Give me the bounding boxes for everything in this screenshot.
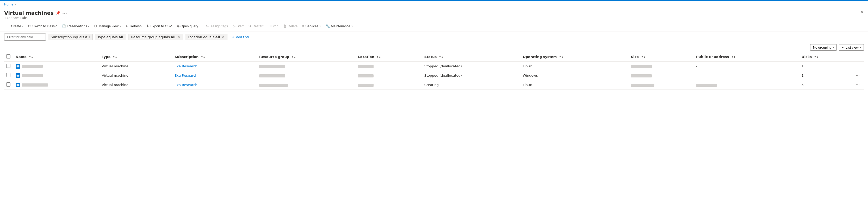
- remove-resource-group-filter[interactable]: ✕: [178, 35, 180, 39]
- row1-disks: 1: [800, 62, 851, 71]
- page-title-section: Virtual machines 📌 ··· Exabeam Labs: [4, 10, 67, 20]
- export-csv-button[interactable]: ⬇ Export to CSV: [144, 23, 174, 29]
- select-all-checkbox[interactable]: [6, 54, 10, 59]
- manage-view-button[interactable]: ⚙ Manage view ▾: [92, 23, 123, 29]
- grouping-dropdown[interactable]: No grouping ▾: [810, 44, 837, 51]
- col-os: Operating system ↑↓: [521, 52, 629, 62]
- resource-group-sort-icon[interactable]: ↑↓: [291, 55, 296, 59]
- close-button[interactable]: ✕: [861, 10, 864, 15]
- name-sort-icon[interactable]: ↑↓: [29, 55, 33, 59]
- query-icon: ◈: [177, 24, 180, 28]
- svg-rect-4: [17, 84, 20, 86]
- create-button[interactable]: ＋ Create ▾: [4, 22, 26, 30]
- toolbar: ＋ Create ▾ ⟳ Switch to classic 🕐 Reserva…: [0, 21, 868, 32]
- row3-type: Virtual machine: [99, 80, 173, 90]
- row2-location: [358, 74, 374, 77]
- row2-os: Windows: [521, 71, 629, 80]
- row3-os: Linux: [521, 80, 629, 90]
- svg-rect-1: [18, 67, 19, 68]
- maintenance-icon: 🔧: [326, 24, 330, 28]
- list-view-icon: ≡: [842, 45, 844, 49]
- services-chevron-icon: ▾: [319, 25, 321, 28]
- open-query-button[interactable]: ◈ Open query: [175, 23, 200, 29]
- view-dropdown[interactable]: ≡ List view ▾: [839, 44, 864, 51]
- add-filter-button[interactable]: ＋ Add filter: [229, 34, 251, 41]
- row3-status: Creating: [422, 80, 521, 90]
- services-button[interactable]: ≡ Services ▾: [300, 23, 323, 29]
- public-ip-sort-icon[interactable]: ↑↓: [731, 55, 736, 59]
- row2-checkbox[interactable]: [6, 73, 10, 77]
- more-options-icon[interactable]: ···: [62, 11, 67, 15]
- create-icon: ＋: [6, 24, 10, 28]
- row1-location: [358, 65, 374, 68]
- filter-tag-resource-group: Resource group equals all ✕: [128, 34, 183, 40]
- row2-name[interactable]: [22, 74, 43, 77]
- row1-subscription[interactable]: Exa Research: [175, 64, 197, 68]
- filter-input[interactable]: [4, 34, 46, 41]
- row1-size: [631, 65, 652, 68]
- delete-icon: 🗑: [283, 24, 287, 28]
- row3-more-icon[interactable]: ···: [854, 82, 862, 87]
- refresh-button[interactable]: ↻ Refresh: [123, 23, 144, 29]
- reservations-icon: 🕐: [62, 24, 66, 28]
- table-row: Virtual machine Exa Research Creating Li…: [4, 80, 864, 90]
- col-subscription: Subscription ↑↓: [173, 52, 257, 62]
- col-size: Size ↑↓: [629, 52, 694, 62]
- assign-tags-button[interactable]: 🏷 Assign tags: [204, 23, 230, 29]
- stop-button[interactable]: □ Stop: [266, 23, 280, 29]
- row2-public-ip: -: [694, 71, 800, 80]
- remove-location-filter[interactable]: ✕: [222, 35, 224, 39]
- row3-location: [358, 84, 374, 87]
- row1-checkbox[interactable]: [6, 64, 10, 68]
- row1-status: Stopped (deallocated): [422, 62, 521, 71]
- row3-resource-group: [259, 84, 288, 87]
- subscription-sort-icon[interactable]: ↑↓: [201, 55, 205, 59]
- page-subtitle: Exabeam Labs: [4, 16, 67, 20]
- services-icon: ≡: [302, 24, 304, 28]
- col-disks: Disks ↑↓: [800, 52, 851, 62]
- col-public-ip: Public IP address ↑↓: [694, 52, 800, 62]
- col-resource-group: Resource group ↑↓: [257, 52, 356, 62]
- svg-rect-5: [18, 86, 19, 86]
- row3-checkbox[interactable]: [6, 82, 10, 86]
- row1-resource-group: [259, 65, 285, 68]
- add-filter-icon: ＋: [231, 35, 235, 39]
- row3-subscription[interactable]: Exa Research: [175, 83, 197, 87]
- switch-classic-button[interactable]: ⟳ Switch to classic: [26, 23, 59, 29]
- manage-view-icon: ⚙: [94, 24, 97, 28]
- start-button[interactable]: ▷ Start: [230, 23, 246, 29]
- svg-rect-2: [17, 75, 20, 77]
- tag-icon: 🏷: [206, 24, 210, 28]
- table-body: Virtual machine Exa Research Stopped (de…: [4, 62, 864, 90]
- row2-status: Stopped (deallocated): [422, 71, 521, 80]
- delete-button[interactable]: 🗑 Delete: [281, 23, 300, 29]
- row1-os: Linux: [521, 62, 629, 71]
- vm-table: Name ↑↓ Type ↑↓ Subscription ↑↓ Resource…: [4, 52, 864, 90]
- table-row: Virtual machine Exa Research Stopped (de…: [4, 71, 864, 80]
- manage-view-chevron-icon: ▾: [120, 25, 121, 28]
- row2-resource-group: [259, 74, 285, 77]
- type-sort-icon[interactable]: ↑↓: [113, 55, 117, 59]
- col-type: Type ↑↓: [99, 52, 173, 62]
- row2-size: [631, 74, 652, 77]
- pin-icon[interactable]: 📌: [56, 11, 60, 15]
- maintenance-button[interactable]: 🔧 Maintenance ▾: [323, 23, 354, 29]
- view-controls: No grouping ▾ ≡ List view ▾: [0, 43, 868, 52]
- status-sort-icon[interactable]: ↑↓: [439, 55, 443, 59]
- row2-more-icon[interactable]: ···: [854, 73, 862, 78]
- size-sort-icon[interactable]: ↑↓: [641, 55, 646, 59]
- row2-subscription[interactable]: Exa Research: [175, 74, 197, 77]
- row1-public-ip: -: [694, 62, 800, 71]
- reservations-button[interactable]: 🕐 Reservations ▾: [60, 23, 91, 29]
- location-sort-icon[interactable]: ↑↓: [376, 55, 381, 59]
- restart-button[interactable]: ↺ Restart: [246, 23, 266, 29]
- breadcrumb-home[interactable]: Home: [4, 3, 13, 6]
- disks-sort-icon[interactable]: ↑↓: [814, 55, 818, 59]
- os-sort-icon[interactable]: ↑↓: [559, 55, 563, 59]
- row3-name[interactable]: [22, 83, 48, 86]
- row3-size: [631, 84, 654, 87]
- row2-disks: 1: [800, 71, 851, 80]
- row1-more-icon[interactable]: ···: [854, 64, 862, 69]
- filter-tag-subscription: Subscription equals all: [48, 34, 93, 40]
- row1-name[interactable]: [22, 65, 43, 68]
